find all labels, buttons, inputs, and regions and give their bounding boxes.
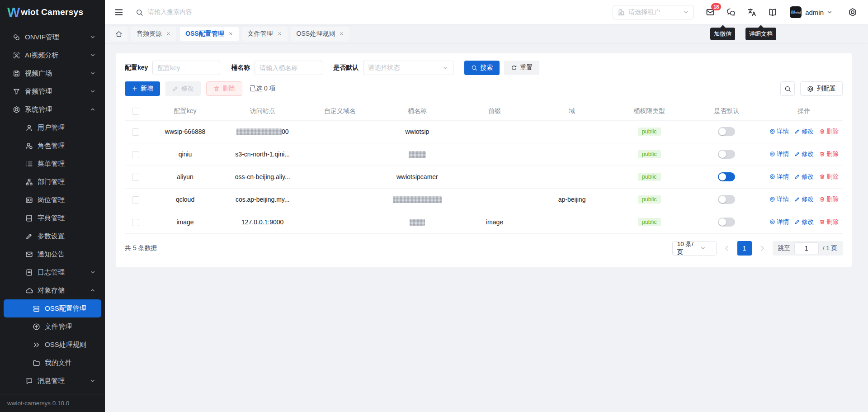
select-all-checkbox[interactable] <box>132 108 139 115</box>
sidebar-item-system-mgmt[interactable]: 系统管理 <box>4 100 101 118</box>
folder-icon <box>33 359 40 367</box>
sidebar-item-oss-rules[interactable]: OSS处理规则 <box>4 336 101 354</box>
translate-button[interactable] <box>747 8 756 17</box>
detail-link[interactable]: 详情 <box>769 150 789 158</box>
bucket-name-input[interactable] <box>255 61 322 75</box>
sidebar-item-file-mgmt[interactable]: 文件管理 <box>4 317 101 336</box>
prev-page-button[interactable] <box>723 244 731 252</box>
tab-1[interactable]: 音频资源 <box>131 27 176 41</box>
sidebar-item-param-settings[interactable]: 参数设置 <box>4 227 101 245</box>
tab-home[interactable] <box>110 27 127 41</box>
user-menu[interactable]: W wiot admin <box>790 6 833 18</box>
detail-link[interactable]: 详情 <box>769 128 789 136</box>
jump-page-input[interactable] <box>794 242 819 254</box>
sidebar-item-oss-config[interactable]: OSS配置管理 <box>4 299 101 317</box>
row-checkbox[interactable] <box>132 128 139 136</box>
sidebar-item-log-mgmt[interactable]: 日志管理 <box>4 263 101 281</box>
docs-button[interactable] <box>768 8 777 17</box>
dept-icon <box>25 178 33 186</box>
detail-link[interactable]: 详情 <box>769 218 789 226</box>
default-status-select[interactable]: 请选择状态 <box>363 61 453 75</box>
table-search-button[interactable] <box>780 81 795 96</box>
cell-text: image <box>176 218 193 226</box>
sidebar-item-object-storage[interactable]: 对象存储 <box>4 281 101 299</box>
detail-link[interactable]: 详情 <box>769 195 789 204</box>
tenant-select[interactable]: 请选择租户 <box>613 5 694 19</box>
sidebar-item-message-mgmt[interactable]: 消息管理 <box>4 372 101 390</box>
sidebar-item-user-mgmt[interactable]: 用户管理 <box>4 118 101 137</box>
delete-link[interactable]: 删除 <box>819 173 839 181</box>
sidebar-item-onvif[interactable]: ONVIF管理 <box>4 28 101 46</box>
delete-link[interactable]: 删除 <box>819 150 839 158</box>
page-size-select[interactable]: 10 条/页 <box>672 241 717 256</box>
config-key-input[interactable] <box>152 61 220 75</box>
user-icon <box>25 124 33 132</box>
close-icon[interactable] <box>339 31 344 36</box>
edit-link[interactable]: 修改 <box>794 195 814 204</box>
sidebar-item-dept-mgmt[interactable]: 部门管理 <box>4 173 101 191</box>
current-page-button[interactable]: 1 <box>737 241 752 256</box>
action-label: 修改 <box>802 195 814 204</box>
sidebar-item-my-files[interactable]: 我的文件 <box>4 354 101 372</box>
default-toggle[interactable] <box>718 195 735 204</box>
modify-button[interactable]: 修改 <box>165 81 201 96</box>
tab-2[interactable]: OSS配置管理 <box>180 27 239 41</box>
gear-icon <box>848 8 857 17</box>
sidebar-item-ai-video[interactable]: AI视频分析 <box>4 46 101 64</box>
default-toggle[interactable] <box>718 150 735 159</box>
settings-button[interactable] <box>848 8 857 17</box>
cell-config-key: wwsip-666888 <box>146 120 224 143</box>
delete-link[interactable]: 删除 <box>819 128 839 136</box>
add-button[interactable]: 新增 <box>125 81 160 96</box>
sidebar-item-dict-mgmt[interactable]: 字典管理 <box>4 209 101 227</box>
default-toggle[interactable] <box>718 218 735 227</box>
trash-icon <box>819 219 825 225</box>
delete-link[interactable]: 删除 <box>819 195 839 204</box>
close-icon[interactable] <box>166 31 171 36</box>
row-checkbox[interactable] <box>132 174 139 181</box>
reset-button[interactable]: 重置 <box>504 61 539 75</box>
delete-button[interactable]: 删除 <box>206 81 242 96</box>
reset-button-label: 重置 <box>520 64 533 72</box>
book-icon <box>768 8 777 17</box>
table-header-row: 配置key访问站点自定义域名桶名称前缀域桶权限类型是否默认操作 <box>125 102 843 120</box>
default-toggle[interactable] <box>718 172 735 181</box>
detail-link[interactable]: 详情 <box>769 173 789 181</box>
sidebar-collapse-button[interactable] <box>114 7 124 17</box>
cell-endpoint: cos.ap-beijing.my... <box>224 188 301 211</box>
search-button[interactable]: 搜索 <box>464 61 500 75</box>
close-icon[interactable] <box>228 31 233 36</box>
edit-link[interactable]: 修改 <box>794 128 814 136</box>
global-search[interactable]: 请输入搜索内容 <box>136 8 235 16</box>
edit-link[interactable]: 修改 <box>794 173 814 181</box>
sidebar-item-audio-mgmt[interactable]: 音频管理 <box>4 82 101 100</box>
column-config-button[interactable]: 列配置 <box>800 81 843 96</box>
sidebar-item-role-mgmt[interactable]: 角色管理 <box>4 137 101 155</box>
tab-4[interactable]: OSS处理规则 <box>291 27 350 41</box>
page-content: 配置key桶名称是否默认请选择状态 搜索 重置 新增 <box>105 43 868 412</box>
sidebar-item-label: 字典管理 <box>38 214 65 223</box>
next-page-button[interactable] <box>758 244 766 252</box>
sidebar-item-post-mgmt[interactable]: 岗位管理 <box>4 191 101 209</box>
row-checkbox[interactable] <box>132 196 139 204</box>
default-toggle[interactable] <box>718 127 735 136</box>
app-logo[interactable]: W wiot Camersys <box>0 0 105 24</box>
sidebar-item-video-plaza[interactable]: 视频广场 <box>4 64 101 82</box>
cell-text: aliyun <box>177 173 193 180</box>
tab-3[interactable]: 文件管理 <box>242 27 288 41</box>
close-icon[interactable] <box>277 31 282 36</box>
edit-link[interactable]: 修改 <box>794 150 814 158</box>
row-checkbox[interactable] <box>132 151 139 158</box>
table-row: image127.0.0.1:9000imagepublic详情修改删除 <box>125 211 843 233</box>
sidebar-item-notice[interactable]: 通知公告 <box>4 245 101 263</box>
sidebar-item-menu-mgmt[interactable]: 菜单管理 <box>4 155 101 173</box>
cell-text: wwiotsipcamer <box>396 173 438 180</box>
sidebar-item-label: 消息管理 <box>38 377 65 385</box>
delete-link[interactable]: 删除 <box>819 218 839 226</box>
row-checkbox[interactable] <box>132 219 139 226</box>
add-button-label: 新增 <box>141 85 153 93</box>
ai-icon <box>13 52 20 59</box>
wechat-button[interactable] <box>726 8 736 17</box>
edit-link[interactable]: 修改 <box>794 218 814 226</box>
mail-button[interactable]: 18 <box>706 8 715 17</box>
